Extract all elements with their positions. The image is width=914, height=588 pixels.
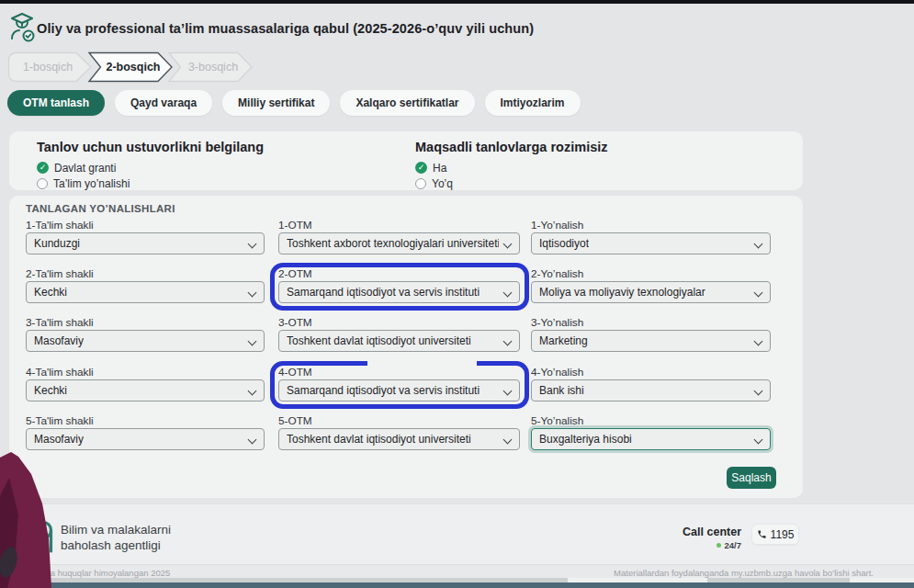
radio-checked-icon: ✓	[415, 162, 427, 174]
chevron-down-icon	[503, 387, 513, 396]
field-talim-shakli-1: 1-Ta'lim shakli Kunduzgi	[26, 219, 265, 254]
field-label: 3-Yo’nalish	[531, 316, 771, 328]
step-2[interactable]: 2-bosqich	[85, 51, 175, 83]
field-label: 4-OTM	[278, 366, 520, 378]
priority-section: Tanlov uchun ustuvorlikni belgilang ✓ Da…	[37, 140, 264, 190]
call-center-block: Call center 24/7	[638, 526, 741, 550]
tab-bar: OTM tanlash Qayd varaqa Milliy sertifika…	[7, 90, 581, 116]
top-strip	[0, 0, 914, 4]
select-otm-5[interactable]: Toshkent davlat iqtisodiyot universiteti	[278, 428, 520, 450]
chevron-down-icon	[248, 337, 257, 346]
step-1[interactable]: 1-bosqich	[7, 51, 96, 83]
radio-ha[interactable]: ✓ Ha	[415, 161, 608, 175]
select-talim-shakli-3[interactable]: Masofaviy	[26, 330, 265, 352]
field-yonalish-3: 3-Yo’nalish Marketing	[531, 316, 771, 352]
chevron-down-icon	[503, 435, 513, 445]
phone-number: 1195	[771, 528, 795, 541]
save-button[interactable]: Saqlash	[727, 467, 776, 489]
radio-unchecked-icon	[415, 178, 426, 189]
consent-section: Maqsadli tanlovlarga rozimisiz ✓ Ha Yo’q	[415, 140, 608, 190]
chevron-down-icon	[248, 240, 257, 249]
chevron-down-icon	[248, 288, 257, 298]
select-otm-2[interactable]: Samarqand iqtisodiyot va servis institut…	[278, 281, 520, 303]
chevron-down-icon	[248, 387, 257, 396]
select-yonalish-1[interactable]: Iqtisodiyot	[531, 232, 771, 254]
svg-text:3-bosqich: 3-bosqich	[188, 61, 238, 74]
tab-xalqaro-sertifikatlar[interactable]: Xalqaro sertifikatlar	[340, 90, 474, 116]
svg-text:1-bosqich: 1-bosqich	[23, 61, 73, 74]
priority-card: Tanlov uchun ustuvorlikni belgilang ✓ Da…	[9, 131, 803, 190]
chevron-down-icon	[503, 288, 513, 298]
radio-checked-icon: ✓	[37, 162, 49, 174]
select-talim-shakli-5[interactable]: Masofaviy	[26, 428, 265, 450]
radio-talim-yonalishi[interactable]: Ta’lim yo’nalishi	[37, 176, 264, 190]
step-3[interactable]: 3-bosqich	[165, 51, 255, 83]
field-talim-shakli-3: 3-Ta'lim shakli Masofaviy	[26, 316, 265, 352]
phone-icon	[757, 529, 767, 539]
step-breadcrumb: 1-bosqich 2-bosqich 3-bosqich	[7, 51, 245, 83]
attribution-text: Materiallardan foydalanganda my.uzbmb.uz…	[614, 568, 874, 578]
field-label: 2-OTM	[278, 267, 520, 279]
phone-number-button[interactable]: 1195	[751, 524, 799, 545]
select-otm-1[interactable]: Toshkent axborot texnologiyalari univers…	[278, 232, 520, 254]
agency-line-1: Bilim va malakalarni	[61, 524, 171, 536]
field-label: 2-Ta'lim shakli	[26, 267, 265, 279]
field-label: 5-OTM	[278, 414, 520, 426]
field-label: 3-Ta'lim shakli	[26, 316, 265, 328]
radio-davlat-granti[interactable]: ✓ Davlat granti	[37, 161, 264, 175]
selections-title: TANLAGAN YO’NALISHLARI	[26, 203, 175, 214]
call-center-hours: 24/7	[725, 540, 742, 550]
chevron-down-icon	[754, 337, 763, 346]
field-talim-shakli-2: 2-Ta'lim shakli Kechki	[26, 267, 265, 303]
field-yonalish-5: 5-Yo’nalish Buxgalteriya hisobi	[531, 414, 771, 450]
field-label: 5-Yo’nalish	[531, 414, 771, 426]
select-talim-shakli-2[interactable]: Kechki	[26, 281, 265, 303]
field-label: 1-Yo’nalish	[531, 219, 771, 231]
tab-qayd-varaqa[interactable]: Qayd varaqa	[115, 90, 212, 116]
field-talim-shakli-4: 4-Ta'lim shakli Kechki	[26, 366, 265, 401]
chevron-down-icon	[754, 240, 763, 249]
call-center-label: Call center	[638, 526, 741, 538]
field-talim-shakli-5: 5-Ta'lim shakli Masofaviy	[26, 414, 265, 450]
graduate-person-icon	[7, 11, 37, 42]
radio-label: Ta’lim yo’nalishi	[53, 177, 130, 190]
svg-text:2-bosqich: 2-bosqich	[106, 61, 160, 74]
agency-name: Bilim va malakalarni baholash agentligi	[61, 524, 171, 555]
field-otm-1: 1-OTM Toshkent axborot texnologiyalari u…	[278, 219, 520, 254]
chevron-down-icon	[754, 387, 763, 396]
bottom-bar	[0, 582, 914, 588]
chevron-down-icon	[754, 288, 763, 298]
chevron-down-icon	[503, 337, 513, 346]
field-label: 3-OTM	[278, 316, 520, 328]
select-otm-4[interactable]: Samarqand iqtisodiyot va servis institut…	[278, 379, 520, 401]
tab-imtiyozlarim[interactable]: Imtiyozlarim	[485, 90, 581, 116]
field-yonalish-4: 4-Yo’nalish Bank ishi	[531, 366, 771, 401]
select-yonalish-4[interactable]: Bank ishi	[531, 379, 771, 401]
field-label: 2-Yo’nalish	[531, 267, 771, 279]
select-yonalish-5[interactable]: Buxgalteriya hisobi	[531, 428, 771, 450]
consent-title: Maqsadli tanlovlarga rozimisiz	[415, 140, 608, 154]
copyright-text: Barcha huquqlar himoyalangan 2025	[28, 568, 170, 578]
select-talim-shakli-1[interactable]: Kunduzgi	[26, 232, 265, 254]
page-title: Oliy va professional ta’lim muassasalari…	[37, 21, 534, 36]
select-talim-shakli-4[interactable]: Kechki	[26, 379, 265, 401]
agency-ring-icon	[33, 519, 57, 556]
select-yonalish-3[interactable]: Marketing	[531, 330, 771, 352]
tab-otm-tanlash[interactable]: OTM tanlash	[7, 90, 105, 116]
chevron-down-icon	[503, 240, 513, 249]
radio-label: Ha	[433, 162, 446, 175]
priority-title: Tanlov uchun ustuvorlikni belgilang	[37, 140, 264, 154]
chevron-down-icon	[248, 435, 257, 445]
field-label: 4-Yo’nalish	[531, 366, 771, 378]
field-label: 1-OTM	[278, 219, 520, 231]
tab-milliy-sertifikat[interactable]: Milliy sertifikat	[222, 90, 330, 116]
agency-line-2: baholash agentligi	[61, 539, 171, 551]
chevron-down-icon	[754, 435, 763, 445]
select-yonalish-2[interactable]: Moliya va moliyaviy texnologiyalar	[531, 281, 771, 303]
field-otm-2-highlighted: 2-OTM Samarqand iqtisodiyot va servis in…	[278, 267, 520, 303]
field-otm-5: 5-OTM Toshkent davlat iqtisodiyot univer…	[278, 414, 520, 450]
select-otm-3[interactable]: Toshkent davlat iqtisodiyot universiteti	[278, 330, 520, 352]
radio-yoq[interactable]: Yo’q	[415, 176, 608, 190]
radio-label: Yo’q	[432, 177, 453, 190]
radio-unchecked-icon	[37, 178, 48, 189]
